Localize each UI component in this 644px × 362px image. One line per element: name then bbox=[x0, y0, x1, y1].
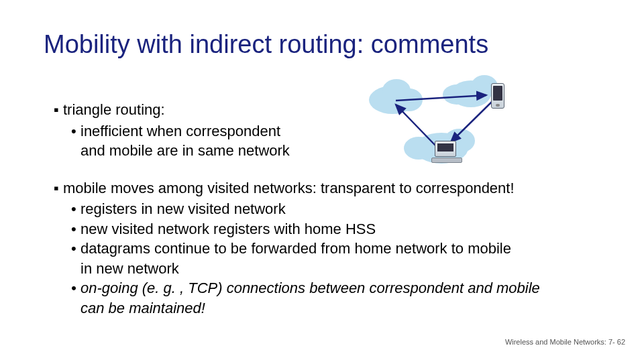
bullet-text: registers in new visited network bbox=[80, 200, 286, 217]
bullet-text: datagrams continue to be forwarded from … bbox=[80, 240, 511, 257]
dot-bullet-icon: • bbox=[71, 279, 80, 298]
bullet-lvl1: ▪triangle routing: bbox=[54, 101, 590, 119]
dot-bullet-icon: • bbox=[71, 200, 80, 219]
slide-footer: Wireless and Mobile Networks: 7- 62 bbox=[505, 338, 625, 346]
bullet-text: new visited network registers with home … bbox=[80, 221, 376, 237]
svg-line-0 bbox=[396, 95, 486, 101]
dot-bullet-icon: • bbox=[71, 122, 80, 141]
bullet-text: mobile moves among visited networks: tra… bbox=[63, 180, 515, 196]
bullet-lvl2: •new visited network registers with home… bbox=[71, 220, 590, 239]
bullet-lvl2: •datagrams continue to be forwarded from… bbox=[71, 239, 590, 258]
slide-body: ▪triangle routing: •inefficient when cor… bbox=[54, 101, 590, 318]
bullet-text: triangle routing: bbox=[63, 101, 165, 118]
bullet-text: on-going (e. g. , TCP) connections betwe… bbox=[80, 280, 540, 296]
bullet-lvl2: •registers in new visited network bbox=[71, 200, 590, 219]
square-bullet-icon: ▪ bbox=[54, 101, 63, 119]
bullet-lvl2: •inefficient when correspondent bbox=[71, 122, 590, 141]
bullet-lvl1: ▪mobile moves among visited networks: tr… bbox=[54, 179, 590, 198]
dot-bullet-icon: • bbox=[71, 239, 80, 258]
bullet-cont: can be maintained! bbox=[80, 299, 590, 318]
slide-title: Mobility with indirect routing: comments bbox=[44, 30, 488, 59]
slide: Mobility with indirect routing: comments… bbox=[0, 0, 644, 362]
bullet-cont: in new network bbox=[80, 259, 590, 278]
bullet-lvl2: •on-going (e. g. , TCP) connections betw… bbox=[71, 279, 590, 298]
bullet-text: inefficient when correspondent bbox=[80, 123, 280, 139]
dot-bullet-icon: • bbox=[71, 220, 80, 239]
bullet-cont: and mobile are in same network bbox=[80, 141, 590, 160]
square-bullet-icon: ▪ bbox=[54, 179, 63, 198]
